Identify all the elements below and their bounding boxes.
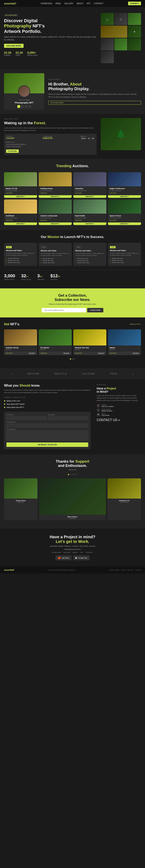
see-all-button[interactable]: SEE ALL NFT » xyxy=(130,323,141,325)
know-title: What you Should know. xyxy=(4,384,90,388)
nav-page[interactable]: PAGE xyxy=(56,2,61,5)
brands-next[interactable]: › xyxy=(133,372,134,375)
subscribe-form: SUBSCRIBE xyxy=(4,308,141,312)
auction-card-6: Hand Holds by essential studio 0.06 ETH … xyxy=(73,199,106,225)
subscribe-email-input[interactable] xyxy=(42,308,86,312)
test-dot-1[interactable] xyxy=(68,474,69,475)
project-link-0[interactable]: HOMEPAGE xyxy=(52,552,61,553)
nav-gallery[interactable]: GALLERY xyxy=(64,2,73,5)
project-link-3[interactable]: NFT xyxy=(80,552,83,553)
brands-prev[interactable]: ‹ xyxy=(11,372,12,375)
project-link-1[interactable]: GALLERY xyxy=(63,552,71,553)
nav-about[interactable]: ABOUT xyxy=(76,2,83,5)
auction-card-5: Autumn & Mountain by essential studio 0.… xyxy=(39,199,72,225)
page-dot-2[interactable] xyxy=(72,359,73,360)
first-name-input[interactable] xyxy=(6,416,47,420)
form-name-row: First Name Last Name xyxy=(6,414,88,420)
footer-link-cookies[interactable]: Cookies xyxy=(135,569,141,571)
test-dot-5[interactable] xyxy=(76,474,77,475)
nav-homepage[interactable]: HOMEPAGE xyxy=(41,2,52,5)
hero-img-7 xyxy=(114,38,128,51)
view-nft-button-0[interactable]: VIEW NFTS » xyxy=(4,195,37,198)
auction-card-4: Sunflower by essential studio 0.09 ETH V… xyxy=(4,199,37,225)
trending-section: Trending Auctions. Nature of Life by ess… xyxy=(0,159,145,230)
auction-card-3: Eagle Conference by essential studio 0.0… xyxy=(108,172,141,198)
mission-stat-3: $12M+ Total Earn xyxy=(50,273,61,280)
faq-dot-0 xyxy=(4,400,5,402)
stat-artworks: 3,200+ Artwork Works xyxy=(27,51,38,56)
view-nft-button-2[interactable]: VIEW NFTS » xyxy=(73,195,106,198)
faq-2: Allow when has NFT? xyxy=(4,406,90,408)
hero-tag: NFT ARTWORK xyxy=(4,14,18,17)
project-link-2[interactable]: ABOUT xyxy=(73,552,78,553)
submit-button[interactable]: I'M READY TO DO SO! xyxy=(6,442,88,447)
hero-title: Discover Digital Photography NFT's Artwo… xyxy=(4,18,97,34)
contact-address: 📍 Address Get Our Location xyxy=(97,404,141,407)
view-nft-button-1[interactable]: VIEW NFTS » xyxy=(39,195,72,198)
test-dot-4[interactable] xyxy=(74,474,75,475)
message-textarea[interactable] xyxy=(6,430,88,440)
view-nft-button-4[interactable]: VIEW NFTS » xyxy=(4,222,37,225)
hot-bid-button-2[interactable]: BID NOW xyxy=(98,352,105,354)
faq-0: What is NFT Art? xyxy=(4,400,90,402)
app-store-badge[interactable]: 🍎 App Store xyxy=(56,555,72,560)
project-email: hello@essential.com xyxy=(4,548,141,550)
test-dot-3[interactable] xyxy=(72,474,73,475)
hero-desc: Digital collection for unique collectibl… xyxy=(4,36,97,41)
brand-1: SEATTLE xyxy=(55,372,67,375)
view-nft-button-7[interactable]: VIEW NFTS » xyxy=(108,222,141,225)
hero-img-9 xyxy=(101,51,114,63)
google-play-badge[interactable]: ▶ Google Play xyxy=(73,555,89,560)
view-nft-button-6[interactable]: VIEW NFTS » xyxy=(73,222,106,225)
featured-label: Featured Digital xyxy=(6,99,42,101)
stat-artists: 22.1K Artists xyxy=(15,51,23,56)
hot-bid-button-0[interactable]: BID NOW xyxy=(28,352,35,354)
hero-section: NFT ARTWORK Discover Digital Photography… xyxy=(0,7,145,69)
footer-link-terms[interactable]: Terms of Service xyxy=(121,569,133,571)
trending-title: Trending Auctions. xyxy=(4,164,141,168)
main-nav: essential* HOMEPAGE PAGE GALLERY ABOUT N… xyxy=(0,0,145,7)
auction-img-4 xyxy=(4,199,37,214)
brands-section: ‹ RHYTHM SEATTLE CULTURE PAYS › xyxy=(0,369,145,379)
hot-bid-button-1[interactable]: BID NOW xyxy=(63,352,70,354)
contact-form: First Name Last Name Email Address Your … xyxy=(4,412,90,449)
auction-img-2 xyxy=(73,172,106,186)
explore-hero-button[interactable]: EXPLORE MORE xyxy=(4,44,24,48)
page-dot-3[interactable] xyxy=(74,359,75,360)
nav-links: HOMEPAGE PAGE GALLERY ABOUT NFT CONTACT xyxy=(41,2,104,5)
test-dot-2[interactable] xyxy=(70,474,71,475)
project-links: HOMEPAGE GALLERY ABOUT NFT CONTACT xyxy=(4,552,141,553)
hot-bid-button-3[interactable]: BID NOW xyxy=(132,352,139,354)
bid-button[interactable]: PLACE BID xyxy=(6,149,19,153)
google-icon: ▶ xyxy=(75,556,77,559)
test-img-0 xyxy=(4,478,37,499)
contact-cta[interactable]: CONTACT US » xyxy=(97,418,141,422)
project-address: essential* Studio Address, Location, Cit… xyxy=(4,545,141,547)
nav-nft[interactable]: NFT xyxy=(87,2,90,5)
mission-grid: SAVE Mission and Value Lorem are where r… xyxy=(4,243,141,266)
know-desc: Lorem are where reason to denies digest … xyxy=(4,389,90,394)
test-card-0: Studio Name Role Title xyxy=(4,478,37,520)
view-nft-button-5[interactable]: VIEW NFTS » xyxy=(39,222,72,225)
hot-card-1: On Nature Get ETH 0.08 ETH BID NOW xyxy=(39,329,72,355)
nft-details: Edition 1 of 1 Lorem ipsum essential dig… xyxy=(6,141,95,148)
hero-img-5: ✦ xyxy=(128,26,141,38)
email-input[interactable] xyxy=(6,424,88,427)
hot-nfts-title: Hot NFT's. xyxy=(4,322,20,326)
view-nft-button-3[interactable]: VIEW NFTS » xyxy=(108,195,141,198)
auction-card-1: Healing Power by essential studio 0.08 E… xyxy=(39,172,72,198)
subscribe-button[interactable]: SUBSCRIBE xyxy=(87,308,103,312)
hot-img-0 xyxy=(4,329,37,345)
hero-img-2: ◇ xyxy=(114,13,128,25)
project-link-4[interactable]: CONTACT xyxy=(85,552,93,553)
footer-link-privacy[interactable]: Privacy Policy xyxy=(109,569,119,571)
nft-timer: ENDS IN 02:04 12 59 xyxy=(80,136,95,140)
featured-card: Featured Digital Photography NFT xyxy=(4,73,44,110)
nav-contact[interactable]: CONTACT xyxy=(94,2,104,5)
contact-phone: 📞 Phone Number Mobile Number xyxy=(97,409,141,412)
last-name-input[interactable] xyxy=(48,416,88,420)
connect-button[interactable]: CONNECT xyxy=(128,2,141,5)
page-dot-1[interactable] xyxy=(70,359,71,360)
subscribe-title: Get a Collection, Subscribe our News. xyxy=(4,293,141,302)
explore-featured-button[interactable]: EXPLORE MORE xyxy=(48,101,141,105)
